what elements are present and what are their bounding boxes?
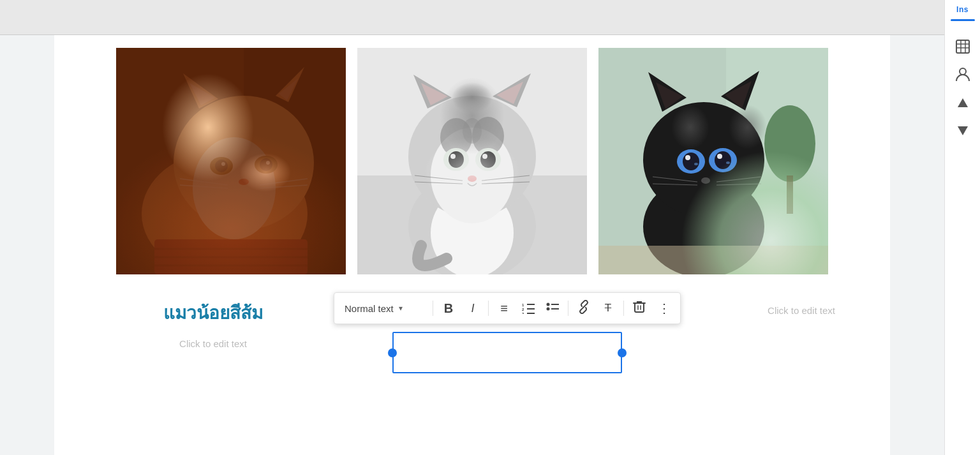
svg-point-12: [260, 158, 272, 171]
svg-point-69: [701, 177, 710, 184]
cat3-placeholder: [598, 48, 828, 274]
move-down-icon[interactable]: [950, 118, 976, 144]
svg-line-17: [180, 185, 228, 188]
cat-image-1[interactable]: [116, 48, 346, 274]
svg-marker-37: [421, 83, 448, 105]
svg-point-2: [142, 150, 308, 274]
svg-rect-22: [154, 239, 308, 274]
svg-point-29: [431, 188, 514, 274]
more-options-button[interactable]: ⋮: [652, 297, 675, 320]
trash-icon: [633, 300, 646, 317]
svg-marker-35: [413, 75, 452, 108]
svg-point-3: [174, 96, 314, 230]
link-button[interactable]: [572, 297, 595, 320]
move-up-icon[interactable]: [950, 90, 976, 116]
svg-point-68: [726, 161, 730, 164]
svg-marker-36: [493, 73, 531, 107]
text-input-field[interactable]: [392, 332, 622, 373]
svg-line-16: [180, 179, 228, 185]
numbered-list-button[interactable]: 123: [517, 297, 540, 320]
svg-marker-95: [958, 98, 968, 107]
link-icon: [577, 300, 591, 317]
text-style-dropdown[interactable]: Normal text ▾: [339, 301, 429, 317]
numbered-list-icon: 123: [521, 300, 535, 317]
svg-text:3: 3: [522, 312, 524, 314]
click-to-edit-left[interactable]: Click to edit text: [93, 338, 334, 349]
svg-marker-58: [721, 71, 759, 110]
svg-point-40: [475, 148, 501, 171]
svg-marker-60: [725, 81, 752, 108]
svg-point-9: [210, 157, 233, 175]
svg-point-94: [960, 68, 966, 75]
svg-rect-54: [787, 175, 793, 214]
right-sidebar: Ins: [944, 0, 980, 455]
toolbar-divider-1: [433, 301, 433, 316]
svg-rect-86: [635, 303, 644, 312]
table-icon[interactable]: [950, 34, 976, 59]
svg-rect-1: [244, 48, 346, 274]
svg-marker-38: [496, 82, 523, 104]
svg-point-45: [468, 175, 477, 182]
text-toolbar: Normal text ▾ B I ≡: [334, 292, 681, 324]
svg-point-10: [255, 156, 278, 174]
clear-format-icon: T: [605, 302, 611, 315]
svg-text:1: 1: [522, 303, 524, 307]
svg-line-19: [260, 185, 308, 188]
svg-marker-5: [183, 73, 218, 108]
svg-marker-8: [279, 78, 298, 100]
cat-image-3[interactable]: [598, 48, 828, 274]
svg-point-63: [683, 153, 699, 170]
svg-point-13: [221, 162, 225, 166]
bold-icon: B: [444, 301, 453, 316]
svg-point-56: [643, 102, 764, 217]
top-strip: [0, 0, 944, 35]
resize-handle-left[interactable]: [388, 348, 397, 357]
svg-line-72: [716, 177, 761, 182]
svg-rect-51: [726, 48, 828, 274]
svg-line-70: [653, 177, 697, 182]
svg-line-49: [482, 182, 530, 184]
bullet-list-button[interactable]: [541, 297, 564, 320]
svg-point-61: [677, 149, 705, 174]
svg-point-62: [709, 148, 737, 172]
svg-point-21: [193, 239, 237, 265]
svg-line-73: [716, 184, 761, 185]
svg-point-4: [193, 137, 276, 239]
caption-right-col: Click to edit text: [681, 292, 922, 316]
clear-format-button[interactable]: T: [597, 297, 620, 320]
svg-point-34: [463, 118, 482, 144]
svg-line-71: [653, 184, 697, 185]
more-icon: ⋮: [658, 301, 670, 316]
svg-point-31: [431, 128, 514, 223]
svg-point-53: [764, 105, 815, 182]
content-row: แมวน้อยสีส้ม Click to edit text Normal t…: [93, 292, 852, 373]
svg-rect-0: [116, 48, 346, 274]
svg-line-47: [415, 182, 463, 184]
svg-line-85: [583, 306, 585, 308]
align-button[interactable]: ≡: [493, 297, 516, 320]
text-style-label: Normal text: [345, 303, 394, 314]
cat-image-2[interactable]: [357, 48, 587, 274]
svg-rect-50: [598, 48, 828, 274]
svg-point-42: [480, 151, 496, 168]
svg-marker-7: [189, 83, 215, 105]
resize-handle-right[interactable]: [618, 348, 627, 357]
cat1-svg: [116, 48, 346, 274]
toolbar-divider-2: [488, 301, 489, 316]
svg-point-32: [440, 118, 472, 156]
cat1-placeholder: [116, 48, 346, 274]
svg-point-66: [717, 154, 722, 159]
svg-marker-96: [958, 126, 968, 135]
person-icon[interactable]: [950, 62, 976, 87]
svg-rect-89: [956, 40, 969, 53]
delete-button[interactable]: [628, 297, 651, 320]
align-icon: ≡: [500, 301, 508, 316]
images-row: [93, 48, 852, 274]
main-canvas: แมวน้อยสีส้ม Click to edit text Normal t…: [0, 0, 944, 455]
svg-point-20: [186, 241, 244, 274]
italic-button[interactable]: I: [461, 297, 484, 320]
svg-marker-6: [276, 67, 304, 102]
bold-button[interactable]: B: [437, 297, 460, 320]
italic-icon: I: [471, 302, 474, 315]
click-to-edit-right[interactable]: Click to edit text: [681, 305, 922, 316]
